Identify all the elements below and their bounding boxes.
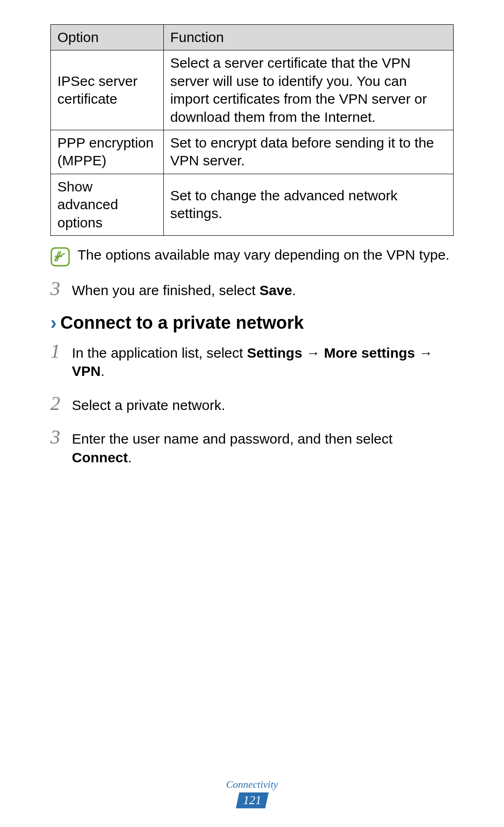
step-text: Enter the user name and password, and th… — [72, 428, 454, 467]
t: In the application list, select — [72, 345, 247, 360]
t: More settings — [324, 345, 415, 360]
t: VPN — [72, 363, 101, 379]
page-number: 121 — [243, 793, 261, 807]
note-block: The options available may vary depending… — [50, 245, 454, 268]
step-number: 3 — [50, 427, 65, 447]
step-number: 3 — [50, 279, 65, 298]
step-text-prefix: When you are finished, select — [72, 283, 259, 298]
step-text-bold: Save — [259, 283, 292, 298]
table-header-option: Option — [51, 25, 164, 50]
heading-text: Connect to a private network — [60, 313, 304, 333]
t: Settings — [247, 345, 302, 360]
note-icon — [50, 247, 70, 267]
note-text: The options available may vary depending… — [77, 246, 449, 264]
step-number: 1 — [50, 341, 65, 361]
page-footer: Connectivity 121 — [0, 778, 504, 808]
t: Enter the user name and password, and th… — [72, 431, 392, 446]
step-text: Select a private network. — [72, 395, 454, 415]
cell-option: Show advanced options — [51, 174, 164, 235]
options-table: Option Function IPSec server certificate… — [50, 24, 454, 236]
table-row: PPP encryption (MPPE) Set to encrypt dat… — [51, 130, 454, 174]
arrow-icon: → — [302, 345, 324, 360]
arrow-icon: → — [415, 345, 433, 360]
cell-option: PPP encryption (MPPE) — [51, 130, 164, 174]
table-header-function: Function — [163, 25, 453, 50]
step-3: 3 Enter the user name and password, and … — [50, 427, 454, 467]
step-3-top: 3 When you are finished, select Save. — [50, 279, 454, 300]
cell-option: IPSec server certificate — [51, 50, 164, 130]
step-1: 1 In the application list, select Settin… — [50, 341, 454, 381]
step-2: 2 Select a private network. — [50, 394, 454, 415]
t: Connect — [72, 450, 128, 465]
cell-function: Set to change the advanced network setti… — [163, 174, 453, 235]
chevron-right-icon: › — [50, 313, 56, 332]
table-row: Show advanced options Set to change the … — [51, 174, 454, 235]
step-text: When you are finished, select Save. — [72, 280, 454, 300]
step-number: 2 — [50, 394, 65, 413]
t: . — [101, 363, 105, 379]
page-number-badge: 121 — [236, 792, 268, 808]
table-row: IPSec server certificate Select a server… — [51, 50, 454, 130]
step-text-suffix: . — [292, 283, 296, 298]
section-heading: › Connect to a private network — [50, 313, 454, 333]
step-text: In the application list, select Settings… — [72, 342, 454, 381]
cell-function: Select a server certificate that the VPN… — [163, 50, 453, 130]
t: . — [128, 450, 132, 465]
footer-section-name: Connectivity — [0, 778, 504, 791]
cell-function: Set to encrypt data before sending it to… — [163, 130, 453, 174]
